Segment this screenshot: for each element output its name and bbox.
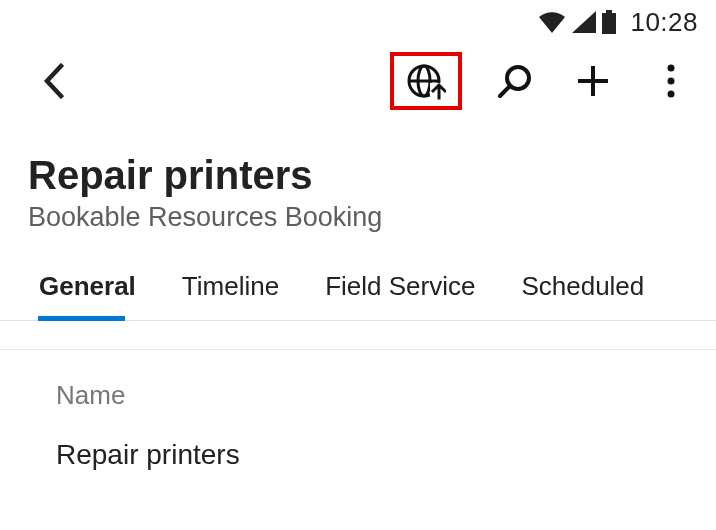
clock-text: 10:28 <box>630 7 698 38</box>
svg-rect-0 <box>606 10 612 13</box>
tab-general[interactable]: General <box>16 255 159 320</box>
svg-line-7 <box>500 87 509 96</box>
search-button[interactable] <box>490 56 540 106</box>
page-subtitle: Bookable Resources Booking <box>28 202 688 233</box>
add-button[interactable] <box>568 56 618 106</box>
status-bar: 10:28 <box>0 0 716 44</box>
page-header: Repair printers Bookable Resources Booki… <box>0 118 716 251</box>
globe-upload-icon <box>406 61 446 101</box>
field-name[interactable]: Name Repair printers <box>56 380 688 471</box>
more-button[interactable] <box>646 56 696 106</box>
svg-point-11 <box>668 78 675 85</box>
search-icon <box>496 62 534 100</box>
globe-upload-button[interactable] <box>401 56 451 106</box>
field-label: Name <box>56 380 688 411</box>
more-vertical-icon <box>666 64 676 98</box>
cellular-icon <box>572 11 596 33</box>
back-icon <box>42 63 64 99</box>
add-icon <box>575 63 611 99</box>
action-bar <box>0 44 716 118</box>
battery-icon <box>602 10 616 34</box>
tab-bar: General Timeline Field Service Scheduled <box>0 255 716 321</box>
sync-highlight <box>390 52 462 110</box>
form-general: Name Repair printers <box>0 349 716 471</box>
tab-scheduled[interactable]: Scheduled <box>498 255 667 320</box>
page-title: Repair printers <box>28 152 688 198</box>
svg-point-10 <box>668 65 675 72</box>
field-value: Repair printers <box>56 439 688 471</box>
svg-point-12 <box>668 91 675 98</box>
svg-rect-1 <box>602 13 616 34</box>
tab-timeline[interactable]: Timeline <box>159 255 302 320</box>
wifi-icon <box>538 11 566 33</box>
back-button[interactable] <box>28 56 78 106</box>
tab-field-service[interactable]: Field Service <box>302 255 498 320</box>
